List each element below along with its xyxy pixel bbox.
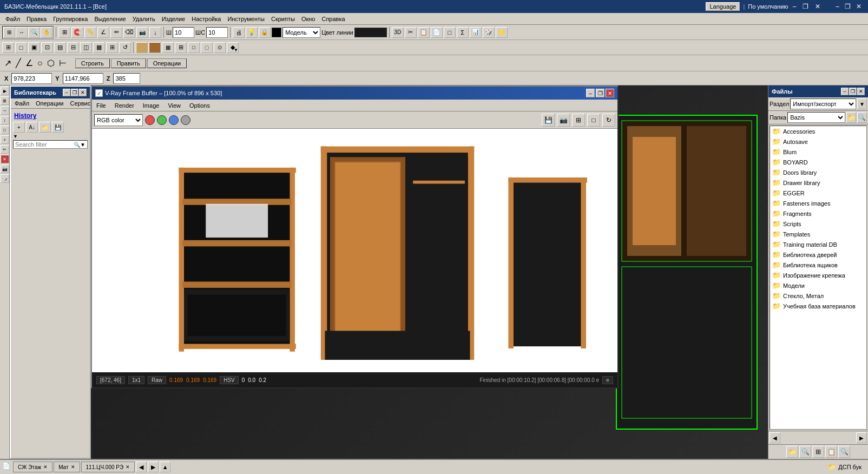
vray-restore[interactable]: ❐ xyxy=(596,89,604,97)
vray-menu-view[interactable]: View xyxy=(163,101,185,110)
tb-copy-btn[interactable]: 📋 xyxy=(418,27,430,38)
lib-save-btn[interactable]: 💾 xyxy=(52,122,64,133)
tb-grid-btn[interactable]: ⊞ xyxy=(58,27,70,38)
model-select[interactable]: Модель xyxy=(282,27,320,38)
draw-measure-btn[interactable]: ⊢ xyxy=(59,58,67,68)
side-btn3[interactable]: ↔ xyxy=(1,106,9,115)
tb-lock-btn[interactable]: 🔒 xyxy=(259,27,271,38)
library-close[interactable]: ✕ xyxy=(79,89,87,96)
tb-mat2-btn[interactable] xyxy=(149,42,161,53)
bottom-tab-re[interactable]: 111.ЦЧ.000 РЭ ✕ xyxy=(81,462,135,472)
tb-camera-btn[interactable]: 📷 xyxy=(136,27,148,38)
vray-save-btn[interactable]: 💾 xyxy=(542,114,555,127)
lib-menu-ops[interactable]: Операции xyxy=(32,99,67,108)
x-input[interactable] xyxy=(11,73,52,84)
tab-nav-prev[interactable]: ◀ xyxy=(136,462,147,472)
tb-mat6-btn[interactable]: ◌ xyxy=(201,42,213,53)
lib-menu-file[interactable]: Файл xyxy=(11,99,32,108)
tab-operations[interactable]: Операции xyxy=(147,58,187,68)
folder-item-drawer[interactable]: 📁 Drawer library xyxy=(770,177,866,188)
tb-paste-btn[interactable]: 📄 xyxy=(431,27,443,38)
vray-menu-render[interactable]: Render xyxy=(110,101,139,110)
bottom-icon-btn4[interactable]: 📋 xyxy=(825,446,837,458)
language-button[interactable]: Language xyxy=(706,2,740,11)
files-minimize[interactable]: – xyxy=(841,88,849,95)
folder-item-glass[interactable]: 📁 Стекло, Метал xyxy=(770,291,866,301)
folder-item-doors[interactable]: 📁 Doors library xyxy=(770,167,866,177)
folder-item-lib-drawers[interactable]: 📁 Библиотека ящиков xyxy=(770,260,866,270)
folder-item-autosave[interactable]: 📁 Autosave xyxy=(770,136,866,147)
app-close[interactable]: ✕ xyxy=(854,3,864,10)
menu-item-settings[interactable]: Настройка xyxy=(188,15,224,23)
folder-item-fasteners-img[interactable]: 📁 Изображение крепежа xyxy=(770,270,866,280)
draw-hex-btn[interactable]: ⬡ xyxy=(47,58,55,68)
search-options-btn[interactable]: ▼ xyxy=(80,142,86,148)
vray-menu-options[interactable]: Options xyxy=(185,101,214,110)
menu-item-select[interactable]: Выделение xyxy=(91,15,129,23)
tb-pan-btn[interactable]: ✋ xyxy=(41,27,52,38)
z-input[interactable] xyxy=(113,73,140,84)
menu-item-help[interactable]: Справка xyxy=(318,15,348,23)
tb-cut-btn[interactable]: ✂ xyxy=(405,27,417,38)
folder-item-training-mat[interactable]: 📁 Учебная база материалов xyxy=(770,301,866,311)
bottom-icon-btn5[interactable]: 🔍 xyxy=(838,446,850,458)
side-btn5[interactable]: □ xyxy=(1,126,9,134)
bottom-icon-btn2[interactable]: 🔍 xyxy=(799,446,811,458)
status-end-btn[interactable]: ≡ xyxy=(602,376,613,384)
side-btn8[interactable]: ✕ xyxy=(1,155,9,163)
papka-search-btn[interactable]: 🔍 xyxy=(857,112,867,123)
folder-item-fasteners[interactable]: 📁 Fasteners images xyxy=(770,198,866,208)
color-green[interactable] xyxy=(157,115,167,125)
status-scale-btn[interactable]: 1x1 xyxy=(128,376,144,384)
side-btn10[interactable]: 🎲 xyxy=(1,174,9,183)
menu-item-group[interactable]: Группировка xyxy=(50,15,91,23)
folder-item-blum[interactable]: 📁 Blum xyxy=(770,147,866,157)
folder-item-fragments[interactable]: 📁 Fragments xyxy=(770,208,866,219)
menu-item-window[interactable]: Окно xyxy=(298,15,319,23)
menu-item-file[interactable]: Файл xyxy=(2,15,23,23)
search-button[interactable]: 🔍 xyxy=(74,142,80,148)
shc-input[interactable] xyxy=(206,27,228,38)
tab-sj-close[interactable]: ✕ xyxy=(43,464,48,470)
tb-shape10[interactable]: ↺ xyxy=(119,42,131,53)
tb-graph-btn[interactable]: 📊 xyxy=(470,27,482,38)
razdel-select[interactable]: Импорт/экспорт xyxy=(790,98,856,109)
tb-import-btn[interactable]: ↓ xyxy=(149,27,161,38)
tb-select-btn[interactable]: ⊞ xyxy=(3,27,15,38)
folder-item-models[interactable]: 📁 Модели xyxy=(770,280,866,291)
side-btn4[interactable]: ↕ xyxy=(1,116,9,124)
tab-re-close[interactable]: ✕ xyxy=(126,464,130,470)
menu-item-scripts[interactable]: Скрипты xyxy=(268,15,298,23)
tab-edit[interactable]: Править xyxy=(111,58,146,68)
tb-mat7-btn[interactable]: ⊙ xyxy=(214,42,226,53)
tb-3dview-btn[interactable]: 🎲 xyxy=(483,27,495,38)
tb-box-btn[interactable]: □ xyxy=(444,27,456,38)
tb-angle-btn[interactable]: ∠ xyxy=(97,27,109,38)
library-restore[interactable]: ❐ xyxy=(71,89,78,96)
tb-shape3[interactable]: ▣ xyxy=(28,42,40,53)
tb-mat5-btn[interactable]: □ xyxy=(188,42,200,53)
lib-menu-service[interactable]: Сервис xyxy=(67,99,94,108)
side-btn9[interactable]: 📷 xyxy=(1,164,9,173)
menu-item-edit[interactable]: Правка xyxy=(23,15,50,23)
search-input[interactable] xyxy=(15,141,74,148)
menu-item-tools[interactable]: Инструменты xyxy=(224,15,268,23)
files-restore[interactable]: ❐ xyxy=(849,88,857,95)
side-btn2[interactable]: ⊞ xyxy=(1,96,9,105)
scroll-left-btn[interactable]: ◀ xyxy=(770,432,780,443)
tb-shape5[interactable]: ▤ xyxy=(54,42,66,53)
folder-item-training[interactable]: 📁 Training material DB xyxy=(770,239,866,249)
app-restore[interactable]: ❐ xyxy=(843,3,853,10)
lib-sort-btn[interactable]: A↓ xyxy=(26,122,38,133)
status-mode-btn[interactable]: Raw xyxy=(148,376,166,384)
vray-fullscreen-btn[interactable]: □ xyxy=(587,114,600,127)
lib-folder-btn[interactable]: 📁 xyxy=(39,122,51,133)
tb-shape7[interactable]: ◫ xyxy=(80,42,92,53)
tb-print-btn[interactable]: 🖨 xyxy=(233,27,245,38)
papka-folder-btn[interactable]: 📁 xyxy=(846,112,856,123)
status-hsv-btn[interactable]: HSV xyxy=(220,376,239,384)
side-btn1[interactable]: ▶ xyxy=(1,87,9,95)
bottom-tab-sj[interactable]: СЖ Этаж ✕ xyxy=(13,462,52,472)
tb-mat-btn[interactable] xyxy=(136,42,148,53)
titlebar-restore2[interactable]: ❐ xyxy=(800,3,811,10)
